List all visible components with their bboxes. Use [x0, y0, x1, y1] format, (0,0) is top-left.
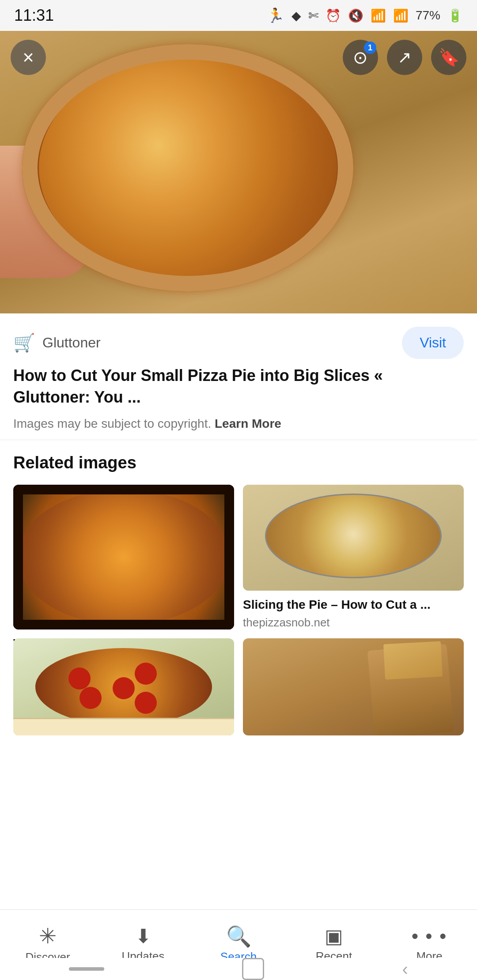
share-button[interactable]: ↗	[387, 40, 422, 75]
notification-badge: 1	[364, 41, 376, 54]
related-images-grid: Want More Pizza in Your Life? ... mental…	[13, 485, 464, 741]
main-image-container: × ⊙ 1 ↗ 🔖	[0, 31, 477, 313]
multitask-gesture[interactable]	[69, 967, 104, 971]
status-time: 11:31	[14, 6, 54, 25]
alarm-icon: ⏰	[326, 8, 341, 23]
updates-icon: ⬇	[135, 927, 151, 946]
image-overlay-controls: × ⊙ 1 ↗ 🔖	[0, 31, 477, 88]
lens-button[interactable]: ⊙ 1	[343, 40, 378, 75]
related-source-2: thepizzasnob.net	[243, 616, 464, 629]
status-icons: 🏃 ◆ ✄ ⏰ 🔇 📶 📶 77% 🔋	[267, 7, 463, 24]
related-images-title: Related images	[13, 453, 464, 472]
info-card: 🛒 Gluttoner Visit How to Cut Your Small …	[0, 313, 477, 440]
signal-icon: 📶	[393, 8, 409, 23]
wifi-icon: 📶	[371, 8, 386, 23]
home-gesture[interactable]	[242, 958, 264, 980]
battery-icon: 🔋	[447, 8, 463, 23]
mute-icon: 🔇	[348, 8, 363, 23]
top-right-buttons: ⊙ 1 ↗ 🔖	[343, 40, 466, 75]
activity-icon: 🏃	[267, 7, 284, 24]
close-icon: ×	[23, 48, 34, 67]
share-icon: ↗	[398, 48, 412, 67]
recent-icon: ▣	[325, 927, 343, 946]
visit-button[interactable]: Visit	[402, 327, 464, 359]
gesture-bar: ‹	[0, 958, 477, 980]
search-icon: 🔍	[226, 926, 251, 946]
related-image-1	[13, 485, 234, 629]
article-title: How to Cut Your Small Pizza Pie into Big…	[13, 365, 464, 408]
battery-level: 77%	[416, 8, 440, 23]
related-item-1[interactable]: Want More Pizza in Your Life? ... mental…	[13, 485, 234, 629]
related-item-4[interactable]	[243, 638, 464, 742]
related-image-2	[243, 485, 464, 591]
copyright-notice: Images may be subject to copyright.	[13, 417, 211, 430]
related-image-3	[13, 638, 234, 735]
related-caption-2: Slicing the Pie – How to Cut a ...	[243, 597, 464, 613]
related-images-section: Related images Want More Pizza in Your L…	[0, 440, 477, 750]
location-icon: ◆	[292, 8, 301, 23]
source-name: Gluttoner	[42, 335, 101, 351]
phone-off-icon: ✄	[308, 8, 318, 23]
source-left: 🛒 Gluttoner	[13, 332, 101, 353]
source-row: 🛒 Gluttoner Visit	[13, 327, 464, 359]
copyright-text: Images may be subject to copyright. Lear…	[13, 417, 464, 431]
learn-more-link[interactable]: Learn More	[215, 417, 281, 430]
related-item-2[interactable]: Slicing the Pie – How to Cut a ... thepi…	[243, 485, 464, 629]
bookmark-button[interactable]: 🔖	[431, 40, 466, 75]
close-button[interactable]: ×	[11, 40, 46, 75]
bookmark-icon: 🔖	[439, 48, 459, 67]
related-item-3[interactable]	[13, 638, 234, 742]
more-icon: • • •	[412, 927, 447, 946]
source-icon: 🛒	[13, 332, 35, 353]
related-image-4	[243, 638, 464, 735]
discover-icon: ✳	[39, 926, 57, 947]
back-gesture[interactable]: ‹	[402, 959, 408, 979]
status-bar: 11:31 🏃 ◆ ✄ ⏰ 🔇 📶 📶 77% 🔋	[0, 0, 477, 31]
